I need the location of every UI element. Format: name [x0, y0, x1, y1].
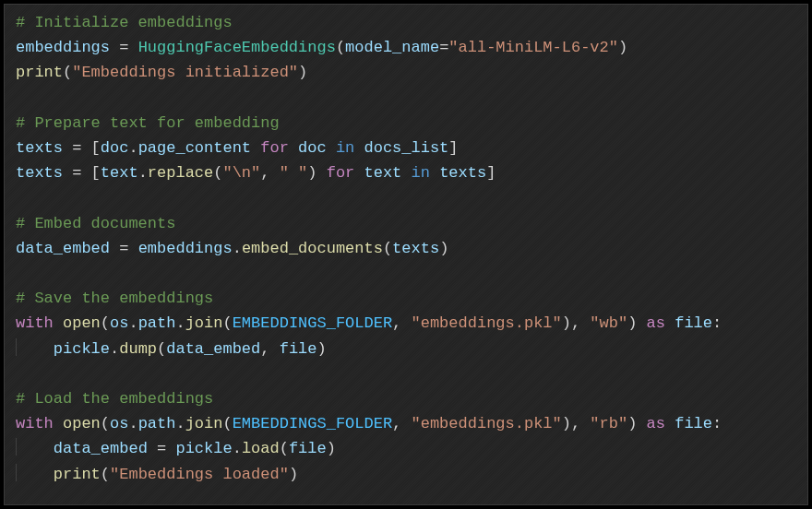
token-str: "rb"	[590, 415, 627, 432]
token-op: (	[222, 415, 232, 432]
token-id: pickle	[175, 440, 232, 457]
token-fn: dump	[119, 340, 157, 358]
token-fn: print	[54, 466, 101, 483]
token-id: docs_list	[364, 139, 449, 157]
token-str: "all-MiniLM-L6-v2"	[448, 39, 618, 56]
token-op: (	[101, 415, 110, 432]
token-op: (	[383, 240, 392, 257]
code-editor: # Initialize embeddings embeddings = Hug…	[4, 4, 808, 505]
token-op: =	[110, 240, 138, 257]
token-c: # Initialize embeddings	[16, 14, 233, 31]
token-op: ]	[486, 164, 496, 182]
token-kw: as	[647, 415, 665, 432]
token-id: data_embed	[166, 340, 260, 358]
token-id: doc	[298, 139, 327, 157]
token-id: os	[110, 314, 128, 332]
token-c: # Prepare text for embedding	[16, 114, 280, 132]
token-fn: load	[242, 440, 280, 457]
token-op: .	[175, 314, 185, 332]
token-op	[251, 139, 260, 157]
token-op: = [	[63, 164, 101, 182]
token-str: "\n"	[222, 164, 260, 182]
token-id: data_embed	[16, 240, 110, 257]
token-id: data_embed	[54, 440, 148, 457]
token-con: EMBEDDINGS_FOLDER	[233, 314, 392, 332]
token-op: (	[101, 314, 110, 332]
token-kw2: in	[412, 164, 430, 182]
token-op	[430, 164, 439, 182]
token-op: )	[627, 314, 646, 332]
token-op: (	[280, 440, 289, 457]
token-id: file	[675, 415, 712, 432]
token-op: )	[307, 164, 326, 182]
token-kw: as	[647, 314, 665, 332]
token-op: ,	[260, 164, 279, 182]
token-op: ,	[392, 415, 411, 432]
token-op: .	[110, 340, 119, 358]
token-op: .	[233, 440, 242, 457]
token-c: # Save the embeddings	[16, 290, 213, 307]
token-id: path	[138, 415, 176, 432]
token-c: # Embed documents	[16, 215, 175, 232]
token-op: )	[327, 440, 336, 457]
token-id: text	[101, 164, 138, 182]
token-fn: replace	[148, 164, 213, 182]
token-id: embeddings	[16, 39, 110, 56]
token-op	[289, 139, 298, 157]
token-op	[401, 164, 411, 182]
token-fn: join	[185, 415, 223, 432]
token-fn: join	[185, 314, 223, 332]
token-str: "Embeddings loaded"	[110, 466, 289, 483]
token-op: ,	[392, 314, 411, 332]
token-id: file	[280, 340, 317, 358]
token-op: (	[222, 314, 232, 332]
token-op: ),	[562, 314, 591, 332]
token-id: page_content	[138, 139, 251, 157]
token-op	[54, 415, 63, 432]
token-id: file	[675, 314, 712, 332]
token-id: embeddings	[138, 240, 233, 257]
token-id: texts	[392, 240, 439, 257]
token-op	[54, 314, 63, 332]
token-kw: with	[16, 415, 54, 432]
token-id: text	[364, 164, 402, 182]
token-op: )	[439, 240, 448, 257]
token-id: path	[138, 314, 176, 332]
token-op: .	[175, 415, 185, 432]
token-op: )	[317, 340, 327, 358]
token-id: os	[110, 415, 128, 432]
token-kw: for	[260, 139, 289, 157]
token-fn: embed_documents	[242, 240, 383, 257]
token-c: # Load the embeddings	[16, 390, 213, 408]
token-op	[354, 139, 364, 157]
token-op	[665, 314, 675, 332]
token-id: texts	[16, 164, 63, 182]
token-op: )	[289, 466, 298, 483]
token-op	[327, 139, 336, 157]
token-str: "embeddings.pkl"	[412, 415, 562, 432]
token-op: )	[298, 64, 307, 81]
token-op: .	[233, 240, 242, 257]
token-op: (	[213, 164, 222, 182]
token-op: .	[128, 314, 137, 332]
token-op: (	[101, 466, 110, 483]
token-con: EMBEDDINGS_FOLDER	[233, 415, 392, 432]
token-kw2: in	[336, 139, 354, 157]
token-kw: for	[327, 164, 355, 182]
token-fn: open	[63, 415, 101, 432]
token-op: :	[712, 314, 722, 332]
token-op	[354, 164, 364, 182]
token-id: model_name	[345, 39, 439, 56]
token-op: .	[128, 139, 137, 157]
token-str: "embeddings.pkl"	[412, 314, 562, 332]
token-op: :	[712, 415, 722, 432]
token-op: (	[157, 340, 166, 358]
token-id: texts	[439, 164, 486, 182]
token-op: ),	[562, 415, 591, 432]
token-fn: print	[16, 64, 63, 81]
token-str: "Embeddings initialized"	[72, 64, 298, 81]
token-op: = [	[63, 139, 101, 157]
token-op: ]	[448, 139, 458, 157]
token-id: file	[289, 440, 327, 457]
token-kw: with	[16, 314, 54, 332]
